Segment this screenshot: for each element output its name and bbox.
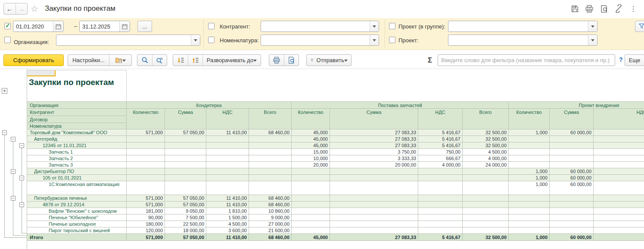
- total-value-cell[interactable]: 5 416,67: [418, 234, 463, 241]
- group-header-cell[interactable]: Проект внедрения: [509, 102, 644, 109]
- row-label-cell[interactable]: Печенье шоколадное: [27, 221, 127, 227]
- report-variant-button[interactable]: [109, 55, 131, 66]
- value-cell[interactable]: [550, 142, 594, 149]
- row-label-cell[interactable]: Запчасть 3: [27, 162, 127, 168]
- value-cell[interactable]: [165, 149, 206, 155]
- value-cell[interactable]: [330, 214, 418, 221]
- expand-rows-icon[interactable]: [188, 55, 202, 66]
- value-cell[interactable]: [206, 155, 249, 162]
- column-header-cell[interactable]: НДС: [594, 109, 644, 129]
- value-cell[interactable]: [206, 175, 249, 181]
- value-cell[interactable]: [165, 142, 206, 149]
- value-cell[interactable]: 27 083,33: [330, 142, 418, 149]
- value-cell[interactable]: [463, 202, 509, 208]
- value-cell[interactable]: [550, 227, 594, 234]
- chevron-down-icon[interactable]: [191, 35, 200, 45]
- value-cell[interactable]: [509, 136, 550, 142]
- value-cell[interactable]: [550, 202, 594, 208]
- favorite-star-icon[interactable]: ☆: [31, 3, 38, 14]
- value-cell[interactable]: 22 500,00: [165, 221, 206, 227]
- value-cell[interactable]: [594, 181, 644, 195]
- row-collapse-expander[interactable]: −: [19, 202, 24, 207]
- value-cell[interactable]: 571,000: [127, 129, 165, 136]
- row-label-cell[interactable]: Торговый дом "Комплексный" ООО: [27, 129, 127, 136]
- row-label-cell[interactable]: 12345 от 11.01.2021: [27, 142, 127, 149]
- value-cell[interactable]: [594, 142, 644, 149]
- chevron-down-icon[interactable]: [370, 35, 379, 45]
- value-cell[interactable]: [463, 175, 509, 181]
- value-cell[interactable]: [509, 155, 550, 162]
- contractor-input[interactable]: [261, 21, 370, 32]
- period-checkbox[interactable]: [4, 23, 11, 29]
- value-cell[interactable]: [249, 162, 292, 168]
- value-cell[interactable]: 57 050,00: [165, 195, 206, 202]
- value-cell[interactable]: [463, 168, 509, 175]
- project-group-checkbox[interactable]: [389, 23, 395, 29]
- value-cell[interactable]: 3 750,00: [330, 149, 418, 155]
- value-cell[interactable]: 5 416,67: [418, 136, 463, 142]
- forward-button[interactable]: →: [16, 3, 28, 14]
- value-cell[interactable]: [127, 168, 165, 175]
- columns-expander[interactable]: +: [2, 88, 7, 94]
- value-cell[interactable]: [418, 175, 463, 181]
- value-cell[interactable]: 24 000,00: [463, 162, 509, 168]
- print-report-icon[interactable]: [269, 55, 284, 66]
- value-cell[interactable]: [249, 175, 292, 181]
- value-cell[interactable]: 68 460,00: [249, 129, 292, 136]
- value-cell[interactable]: [206, 168, 249, 175]
- row-label-cell[interactable]: Вафли "Венские" с шоколадом: [27, 208, 127, 214]
- value-cell[interactable]: [463, 221, 509, 227]
- row-label-cell[interactable]: Запчасть 1: [27, 149, 127, 155]
- value-cell[interactable]: 5 416,67: [418, 142, 463, 149]
- value-cell[interactable]: 120,000: [127, 227, 165, 234]
- value-cell[interactable]: 32 500,00: [463, 129, 509, 136]
- value-cell[interactable]: 9 050,00: [165, 208, 206, 214]
- value-cell[interactable]: 10,000: [292, 155, 330, 162]
- value-cell[interactable]: [418, 181, 463, 195]
- value-cell[interactable]: [594, 221, 644, 227]
- value-cell[interactable]: [165, 168, 206, 175]
- value-cell[interactable]: [330, 195, 418, 202]
- value-cell[interactable]: [550, 208, 594, 214]
- help-icon[interactable]: ?: [619, 56, 623, 68]
- value-cell[interactable]: [550, 136, 594, 142]
- value-cell[interactable]: [463, 214, 509, 221]
- value-cell[interactable]: [463, 181, 509, 195]
- value-cell[interactable]: [509, 208, 550, 214]
- value-cell[interactable]: [594, 162, 644, 168]
- value-cell[interactable]: [127, 142, 165, 149]
- total-value-cell[interactable]: 45,000: [292, 234, 330, 241]
- value-cell[interactable]: [550, 162, 594, 168]
- row-label-cell[interactable]: Автотрейд: [27, 136, 127, 142]
- print-preview-icon[interactable]: [599, 4, 609, 13]
- value-cell[interactable]: [509, 142, 550, 149]
- value-cell[interactable]: 68 460,00: [249, 195, 292, 202]
- header-cell[interactable]: Номенклатура: [27, 123, 127, 129]
- value-cell[interactable]: 60 000,00: [550, 175, 594, 181]
- value-cell[interactable]: [249, 168, 292, 175]
- period-options-button[interactable]: ...: [137, 21, 152, 32]
- org-input[interactable]: [56, 35, 191, 45]
- value-cell[interactable]: 60 000,00: [550, 168, 594, 175]
- row-label-cell[interactable]: 105 от 01.01.2021: [27, 175, 127, 181]
- column-header-cell[interactable]: Количество: [292, 109, 330, 129]
- total-value-cell[interactable]: 32 500,00: [463, 234, 509, 241]
- total-value-cell[interactable]: 571,000: [127, 234, 165, 241]
- value-cell[interactable]: [330, 208, 418, 214]
- row-label-cell[interactable]: Петербуржское печенье: [27, 195, 127, 202]
- value-cell[interactable]: 1,000: [509, 181, 550, 195]
- value-cell[interactable]: 45,000: [292, 136, 330, 142]
- value-cell[interactable]: [249, 149, 292, 155]
- value-cell[interactable]: 1 500,00: [206, 214, 249, 221]
- value-cell[interactable]: [292, 208, 330, 214]
- quick-filter-input[interactable]: [438, 54, 615, 66]
- value-cell[interactable]: 1 810,00: [206, 208, 249, 214]
- value-cell[interactable]: [550, 149, 594, 155]
- value-cell[interactable]: [594, 175, 644, 181]
- value-cell[interactable]: [594, 149, 644, 155]
- value-cell[interactable]: 60 000,00: [550, 129, 594, 136]
- value-cell[interactable]: [165, 175, 206, 181]
- value-cell[interactable]: [594, 129, 644, 136]
- value-cell[interactable]: 11 410,00: [206, 129, 249, 136]
- value-cell[interactable]: [127, 162, 165, 168]
